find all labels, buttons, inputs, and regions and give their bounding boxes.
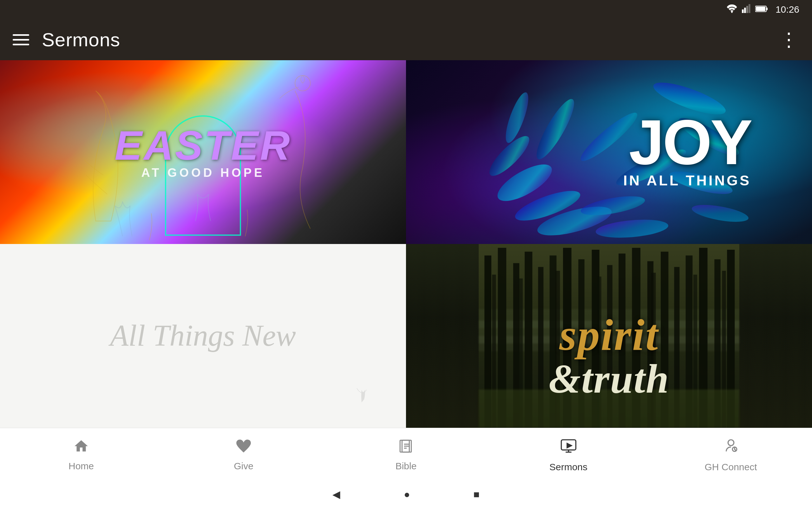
spirit-title: spirit	[447, 315, 771, 355]
spirit-card-text: spirit &truth	[447, 315, 771, 402]
svg-rect-2	[744, 8, 746, 13]
joy-card-text: JOY IN ALL THINGS	[623, 115, 751, 189]
svg-point-0	[731, 11, 732, 13]
allthings-sermon-card[interactable]: All Things New	[0, 244, 406, 428]
nav-item-sermons[interactable]: Sermons	[537, 438, 600, 472]
svg-point-20	[691, 202, 750, 225]
easter-card-text: EASTER AT GOOD HOPE	[114, 122, 291, 180]
joy-title: JOY	[623, 115, 751, 169]
bible-label: Bible	[396, 461, 417, 471]
svg-rect-1	[742, 9, 744, 13]
ghconnect-icon	[722, 438, 740, 458]
more-menu-button[interactable]: ⋮	[779, 29, 799, 51]
joy-subtitle: IN ALL THINGS	[623, 172, 751, 189]
wifi-icon	[726, 4, 738, 15]
status-bar: 10:26	[0, 0, 812, 19]
home-label: Home	[68, 461, 94, 471]
sermons-label: Sermons	[549, 462, 588, 472]
signal-icon	[742, 4, 751, 15]
easter-title: EASTER	[114, 122, 291, 169]
give-icon	[236, 438, 252, 457]
app-bar: Sermons ⋮	[0, 19, 812, 60]
page-title: Sermons	[42, 29, 120, 51]
easter-sermon-card[interactable]: EASTER AT GOOD HOPE	[0, 60, 406, 244]
back-button[interactable]: ◀	[333, 488, 340, 500]
nav-item-ghconnect[interactable]: GH Connect	[699, 438, 763, 472]
ghconnect-label: GH Connect	[705, 462, 757, 472]
svg-rect-3	[746, 6, 748, 13]
nav-item-home[interactable]: Home	[49, 438, 113, 471]
home-button[interactable]: ●	[404, 489, 410, 500]
svg-point-16	[595, 217, 669, 240]
nav-item-give[interactable]: Give	[212, 438, 275, 471]
svg-marker-60	[567, 443, 571, 448]
menu-button[interactable]	[13, 34, 29, 45]
truth-subtitle: &truth	[447, 355, 771, 402]
home-icon	[73, 438, 89, 457]
bottom-navigation: Home Give Bible	[0, 428, 812, 482]
nav-item-bible[interactable]: Bible	[374, 438, 438, 471]
status-time: 10:26	[775, 4, 799, 15]
give-label: Give	[234, 461, 253, 471]
allthings-title: All Things New	[110, 316, 296, 355]
svg-point-63	[728, 440, 734, 445]
bible-icon	[398, 438, 414, 457]
sermon-grid: EASTER AT GOOD HOPE	[0, 60, 812, 428]
battery-icon	[755, 4, 768, 14]
system-navigation-bar: ◀ ● ■	[0, 482, 812, 507]
svg-rect-4	[749, 4, 751, 13]
joy-sermon-card[interactable]: JOY IN ALL THINGS	[406, 60, 812, 244]
spirit-sermon-card[interactable]: spirit &truth	[406, 244, 812, 428]
sermons-icon	[560, 438, 577, 458]
recents-button[interactable]: ■	[473, 489, 479, 500]
svg-rect-6	[766, 8, 768, 10]
svg-point-14	[531, 95, 580, 163]
svg-rect-7	[756, 7, 765, 11]
